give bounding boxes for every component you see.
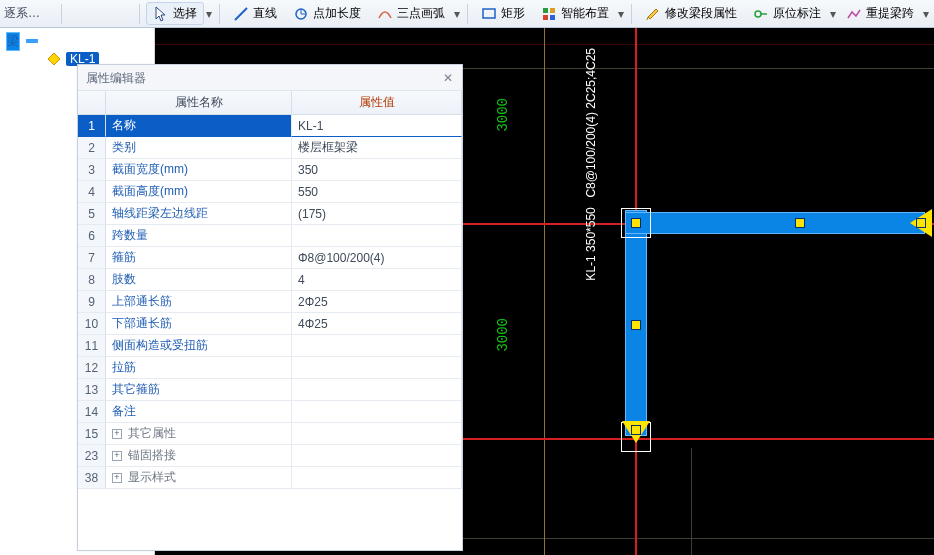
- line-tool-button[interactable]: 直线: [226, 2, 284, 25]
- rect-tool-button[interactable]: 矩形: [474, 2, 532, 25]
- addlen-tool-button[interactable]: 点加长度: [286, 2, 368, 25]
- property-row[interactable]: 14备注: [78, 401, 462, 423]
- property-row[interactable]: 12拉筋: [78, 357, 462, 379]
- origmark-dropdown-icon[interactable]: ▾: [830, 7, 837, 21]
- row-value[interactable]: [292, 423, 462, 445]
- col-value: 属性值: [292, 91, 462, 115]
- property-row[interactable]: 11侧面构造或受扭筋: [78, 335, 462, 357]
- editseg-button[interactable]: 修改梁段属性: [638, 2, 744, 25]
- svg-rect-7: [543, 15, 548, 20]
- row-value[interactable]: 350: [292, 159, 462, 181]
- property-row[interactable]: 1名称KL-1: [78, 115, 462, 137]
- row-index: 3: [78, 159, 106, 181]
- property-row[interactable]: 15+其它属性: [78, 423, 462, 445]
- beam-end-handle[interactable]: [622, 421, 650, 443]
- select-tool-button[interactable]: 选择: [146, 2, 204, 25]
- property-editor-title: 属性编辑器: [78, 65, 462, 91]
- svg-point-10: [755, 11, 761, 17]
- row-index: 2: [78, 137, 106, 159]
- close-icon[interactable]: ✕: [440, 70, 456, 86]
- property-row[interactable]: 38+显示样式: [78, 467, 462, 489]
- row-name: 跨数量: [106, 225, 292, 247]
- property-row[interactable]: 8肢数4: [78, 269, 462, 291]
- row-name: 箍筋: [106, 247, 292, 269]
- beam-category-icon: [24, 33, 40, 49]
- property-row[interactable]: 4截面高度(mm)550: [78, 181, 462, 203]
- property-row[interactable]: 7箍筋Φ8@100/200(4): [78, 247, 462, 269]
- row-value[interactable]: [292, 445, 462, 467]
- row-name: 截面宽度(mm): [106, 159, 292, 181]
- property-grid-body: 1名称KL-12类别楼层框架梁3截面宽度(mm)3504截面高度(mm)5505…: [78, 115, 462, 550]
- row-index: 14: [78, 401, 106, 423]
- row-value[interactable]: [292, 225, 462, 247]
- row-name: 上部通长筋: [106, 291, 292, 313]
- line-tool-label: 直线: [253, 5, 277, 22]
- row-value[interactable]: [292, 401, 462, 423]
- arc-icon: [377, 6, 393, 22]
- select-dropdown-icon[interactable]: ▾: [206, 7, 213, 21]
- toolbar-sep: [139, 4, 140, 24]
- arc3-tool-label: 三点画弧: [397, 5, 445, 22]
- origmark-button[interactable]: 原位标注: [746, 2, 828, 25]
- property-row[interactable]: 23+锚固搭接: [78, 445, 462, 467]
- row-value[interactable]: 4: [292, 269, 462, 291]
- smartplace-button[interactable]: 智能布置: [534, 2, 616, 25]
- row-index: 10: [78, 313, 106, 335]
- row-value[interactable]: [292, 379, 462, 401]
- property-row[interactable]: 10下部通长筋4Φ25: [78, 313, 462, 335]
- origmark-label: 原位标注: [773, 5, 821, 22]
- editseg-label: 修改梁段属性: [665, 5, 737, 22]
- property-row[interactable]: 9上部通长筋2Φ25: [78, 291, 462, 313]
- grip-handle[interactable]: [631, 218, 641, 228]
- row-value[interactable]: [292, 467, 462, 489]
- smartplace-dropdown-icon[interactable]: ▾: [618, 7, 625, 21]
- row-name: 截面高度(mm): [106, 181, 292, 203]
- row-index: 8: [78, 269, 106, 291]
- row-value[interactable]: (175): [292, 203, 462, 225]
- row-index: 9: [78, 291, 106, 313]
- toolbar-sep: [61, 4, 62, 24]
- property-row[interactable]: 2类别楼层框架梁: [78, 137, 462, 159]
- dimension-text: 3000: [495, 318, 511, 352]
- property-row[interactable]: 5轴线距梁左边线距(175): [78, 203, 462, 225]
- beam-segment-horizontal[interactable]: [625, 212, 925, 234]
- arc-dropdown-icon[interactable]: ▾: [454, 7, 461, 21]
- expand-icon[interactable]: +: [112, 473, 122, 483]
- expand-icon[interactable]: +: [112, 451, 122, 461]
- gridline: [691, 448, 692, 555]
- row-value[interactable]: 2Φ25: [292, 291, 462, 313]
- row-value[interactable]: Φ8@100/200(4): [292, 247, 462, 269]
- row-value[interactable]: [292, 335, 462, 357]
- row-name: +锚固搭接: [106, 445, 292, 467]
- row-value[interactable]: KL-1: [292, 115, 462, 137]
- property-row[interactable]: 3截面宽度(mm)350: [78, 159, 462, 181]
- rect-tool-label: 矩形: [501, 5, 525, 22]
- row-index: 15: [78, 423, 106, 445]
- respan-dropdown-icon[interactable]: ▾: [923, 7, 930, 21]
- row-value[interactable]: 楼层框架梁: [292, 137, 462, 159]
- row-value[interactable]: [292, 357, 462, 379]
- toolbar-sep: [219, 4, 220, 24]
- svg-rect-6: [550, 8, 555, 13]
- row-index: 23: [78, 445, 106, 467]
- tree-row-beam[interactable]: ⊟ 梁: [4, 32, 150, 50]
- property-row[interactable]: 13其它箍筋: [78, 379, 462, 401]
- row-name: +显示样式: [106, 467, 292, 489]
- svg-marker-13: [48, 53, 60, 65]
- grip-handle[interactable]: [795, 218, 805, 228]
- arc3-tool-button[interactable]: 三点画弧: [370, 2, 452, 25]
- row-index: 13: [78, 379, 106, 401]
- grip-handle[interactable]: [631, 320, 641, 330]
- expand-icon[interactable]: +: [112, 429, 122, 439]
- respan-icon: [846, 6, 862, 22]
- svg-rect-5: [543, 8, 548, 13]
- row-index: 12: [78, 357, 106, 379]
- row-value[interactable]: 550: [292, 181, 462, 203]
- beam-end-handle[interactable]: [910, 209, 932, 237]
- respan-button[interactable]: 重提梁跨: [839, 2, 921, 25]
- row-index: 6: [78, 225, 106, 247]
- rect-icon: [481, 6, 497, 22]
- row-index: 11: [78, 335, 106, 357]
- property-row[interactable]: 6跨数量: [78, 225, 462, 247]
- row-value[interactable]: 4Φ25: [292, 313, 462, 335]
